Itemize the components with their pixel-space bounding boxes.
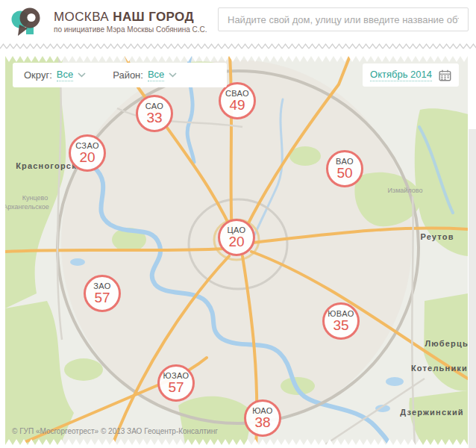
site-logo[interactable]: МОСКВА НАШ ГОРОД по инициативе Мэра Моск…: [10, 4, 207, 39]
district-marker-zao[interactable]: ЗАО57: [84, 275, 121, 312]
okrug-value[interactable]: Все: [57, 69, 73, 81]
district-marker-sao[interactable]: САО33: [136, 95, 173, 132]
district-name: ЗАО: [93, 281, 111, 290]
district-marker-uao[interactable]: ЮАО38: [244, 399, 281, 437]
district-count: 50: [336, 166, 352, 181]
calendar-button[interactable]: [439, 69, 451, 81]
district-name: ВАО: [336, 157, 354, 166]
map-top-zigzag-edge: [5, 56, 468, 62]
map-canvas[interactable]: КрасногорскАрхангельскоеКунцевоИзмайлово…: [5, 56, 468, 448]
map-bottom-zigzag-edge: [5, 439, 468, 448]
district-marker-szao[interactable]: СЗАО20: [69, 134, 106, 172]
zigzag-divider: [0, 43, 476, 50]
district-marker-vao[interactable]: ВАО50: [326, 150, 363, 187]
map-copyright: © ГУП «Мосгоргеотрест» © 2013 ЗАО Геоцен…: [12, 427, 218, 435]
district-count: 57: [94, 290, 110, 306]
rayon-label: Район:: [113, 69, 143, 81]
district-marker-uvao[interactable]: ЮВАО35: [322, 302, 360, 340]
site-subtitle: по инициативе Мэра Москвы Собянина С.С.: [54, 25, 207, 34]
site-header: МОСКВА НАШ ГОРОД по инициативе Мэра Моск…: [0, 0, 476, 43]
chevron-down-icon: [169, 72, 177, 78]
district-name: ЮЗАО: [163, 371, 189, 380]
district-name: САО: [145, 102, 164, 111]
district-name: ЦАО: [228, 225, 246, 234]
district-count: 38: [254, 415, 270, 431]
district-name: ЮВАО: [328, 309, 354, 318]
chevron-down-icon: [78, 72, 86, 78]
district-count: 20: [79, 150, 95, 166]
logo-icon: [10, 4, 44, 39]
page-edge-strip: [469, 129, 476, 448]
district-name: ЮАО: [252, 406, 273, 415]
calendar-icon: [439, 69, 451, 81]
district-marker-cao[interactable]: ЦАО20: [218, 219, 255, 256]
district-name: СЗАО: [75, 141, 99, 150]
district-count: 49: [229, 98, 245, 113]
filter-bar: Округ: Все Район: Все: [13, 63, 227, 87]
date-picker: Октябрь 2014: [363, 63, 459, 87]
search-input[interactable]: [218, 7, 469, 31]
site-title: МОСКВА НАШ ГОРОД: [54, 10, 207, 25]
district-count: 20: [228, 234, 244, 250]
district-name: СВАО: [225, 89, 249, 98]
date-value[interactable]: Октябрь 2014: [370, 69, 432, 81]
district-count: 57: [168, 380, 184, 396]
logo-text: МОСКВА НАШ ГОРОД по инициативе Мэра Моск…: [54, 10, 207, 34]
rayon-dropdown[interactable]: Район: Все: [113, 69, 177, 81]
okrug-dropdown[interactable]: Округ: Все: [24, 69, 86, 81]
okrug-label: Округ:: [24, 69, 52, 81]
rayon-value[interactable]: Все: [148, 69, 164, 81]
district-count: 33: [146, 111, 162, 126]
district-count: 35: [333, 318, 348, 334]
district-marker-uzao[interactable]: ЮЗАО57: [157, 364, 195, 402]
district-marker-svao[interactable]: СВАО49: [219, 82, 256, 119]
